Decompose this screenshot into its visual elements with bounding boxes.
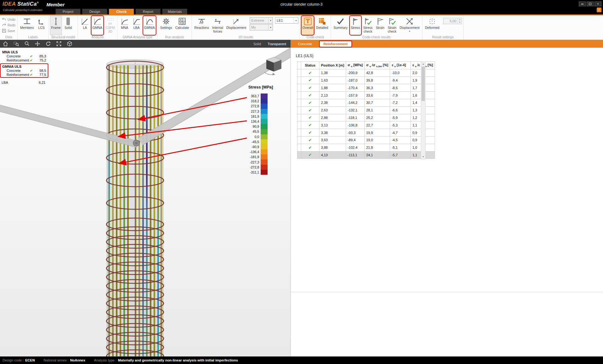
ribbon-button-displacement[interactable]: Displacement▼ [398,16,421,35]
table-row[interactable]: ✔4,13-113,124,1-5,71,1 [297,151,435,159]
row-selector[interactable] [297,99,301,106]
column-header-sigma[interactable]: σ s [MPa] [346,62,364,69]
row-selector[interactable] [297,84,301,92]
ribbon-button-redo[interactable]: Redo [2,23,15,27]
row-selector[interactable] [297,121,301,129]
ribbon-button-gmnia[interactable]: GMNIA [143,16,156,35]
table-row[interactable]: ✔2,88-118,125,2-5,91,2 [297,114,435,121]
ribbon-button-label: Stresscheck [363,26,373,33]
column-header-eps[interactable]: ε s [1e-4] [390,62,411,69]
tab-report[interactable]: Report [136,9,160,14]
ribbon-button-deformed[interactable]: Deformed [424,16,441,35]
table-row[interactable]: ✔2,63-132,128,1-6,61,3 [297,106,435,114]
dropdown-le1[interactable]: LE1▼ [275,17,298,24]
table-row[interactable]: ✔2,13-157,933,6-7,91,6 [297,92,435,99]
ribbon-button-frame[interactable]: Frame [50,16,62,35]
status-check-icon: ✔ [301,129,319,136]
ribbon-button-lba[interactable]: LBA [131,16,142,35]
panel-tab-reinforcement[interactable]: Reinforcement [320,41,351,47]
display-mode-icon[interactable] [67,41,73,47]
table-row[interactable]: ✔2,38-144,230,7-7,21,4 [297,99,435,106]
home-icon[interactable] [3,41,8,47]
scroll-up-icon[interactable]: ▲ [421,62,425,66]
panel-tab-concrete[interactable]: Concrete [294,41,316,47]
display-mode-transparent[interactable]: Transparent [268,42,288,46]
tab-project[interactable]: Project [56,9,80,14]
rotate-icon[interactable] [45,41,51,47]
ribbon-button-strain[interactable]: Strain [374,16,386,35]
display-mode-solid[interactable]: Solid [253,42,263,46]
spin-down-icon[interactable]: ▼ [458,21,462,24]
overall-icon [303,17,312,26]
ribbon-button-lcs[interactable]: LCS [36,16,47,35]
column-header-pos[interactable]: Position X [m] [319,62,346,69]
status-check-icon: ✔ [301,144,319,151]
fit-view-icon[interactable] [56,41,62,47]
spin-up-icon[interactable]: ▲ [458,18,462,21]
close-button[interactable]: × [595,2,601,6]
row-selector[interactable] [297,69,301,77]
ribbon-button-csfm-3d[interactable]: 3DCSFM3D [104,16,116,35]
ribbon-button-reactions[interactable]: Reactions [193,16,210,35]
row-selector[interactable] [297,92,301,99]
ribbon-button-stress[interactable]: Stress [350,16,361,35]
ribbon-button-save[interactable]: Save [2,29,15,33]
row-selector[interactable] [297,114,301,121]
tab-materials[interactable]: Materials [162,9,187,14]
scroll-thumb[interactable] [421,67,425,101]
ribbon-button-la[interactable]: LA [79,16,90,35]
maximize-button[interactable] [587,2,594,6]
row-selector[interactable] [297,144,301,151]
ribbon-button-members[interactable]: Members [19,16,35,35]
table-row[interactable]: ✔3,63-89,419,0-4,50,9 [297,136,435,144]
table-row[interactable]: ✔1,63-187,039,8-9,41,9 [297,77,435,84]
scroll-down-icon[interactable]: ▼ [421,155,425,159]
ribbon-button-calculate[interactable]: Calculate [174,16,190,35]
row-selector[interactable] [297,106,301,114]
flag-check-icon [363,17,372,26]
ribbon-button-overall[interactable]: Overall [301,16,314,35]
table-row[interactable]: ✔1,38-200,942,8-10,02,0 [297,69,435,77]
ribbon-button-settings[interactable]: Settings [159,16,173,35]
legend-value: 181,9 [246,115,261,118]
pan-icon[interactable] [35,41,41,47]
table-row[interactable]: ✔1,88-170,436,3-8,51,7 [297,84,435,92]
ribbon-button-label: Deformed [425,26,439,30]
reinforcement-results-table[interactable]: StatusPosition X [m]σ s [MPa]σ s /σ s,li… [297,62,435,159]
ribbon-button-gmna[interactable]: GMNA [91,16,104,35]
ribbon-button-solid[interactable]: Solid [62,16,74,35]
chevron-down-icon: ▼ [268,24,273,30]
ribbon-button-summary[interactable]: Summary [332,16,349,35]
ribbon-button-strain-check[interactable]: Straincheck [386,16,398,35]
row-selector[interactable] [297,129,301,136]
viewport-3d[interactable]: MNA ULSConcrete✔85,3Reinforcement✔75,2GM… [0,48,291,356]
zoom-window-icon[interactable] [13,41,19,47]
tab-design[interactable]: Design [82,9,107,14]
column-header-sigma_ratio[interactable]: σ s /σ s,lim [%] [365,62,390,69]
table-scrollbar[interactable]: ▲ ▼ [421,62,426,159]
table-row[interactable]: ✔3,88-102,421,8-5,11,0 [297,144,435,151]
legend-color-swatch [261,94,268,99]
lcs-icon [37,17,46,26]
ribbon-button-detailed[interactable]: Detailed [315,16,329,35]
tab-check[interactable]: Check [109,9,134,14]
ribbon-button-stress-check[interactable]: Stresscheck [362,16,374,35]
row-selector[interactable] [297,77,301,84]
row-selector[interactable] [297,151,301,159]
ribbon-button-internal-forces[interactable]: Internalforces [211,16,224,35]
ribbon-button-label: Frame [51,26,61,30]
ribbon-button-mna[interactable]: MNA [119,16,130,35]
column-header-status[interactable]: Status [301,62,319,69]
ribbon-button-undo[interactable]: Undo [2,17,15,22]
zoom-icon[interactable] [24,41,30,47]
info-button[interactable]: i [597,8,601,12]
ribbon-button-displacement[interactable]: Displacement [225,16,247,35]
spinner-buttons[interactable]: ▲▼ [458,18,462,24]
minimize-button[interactable] [579,2,586,6]
row-selector-header [297,62,301,69]
table-row[interactable]: ✔3,38-93,319,9-4,70,9 [297,129,435,136]
view-cube[interactable] [264,57,281,75]
table-row[interactable]: ✔3,13-106,822,7-5,31,1 [297,121,435,129]
row-selector[interactable] [297,136,301,144]
panel-splitter[interactable] [291,292,603,292]
